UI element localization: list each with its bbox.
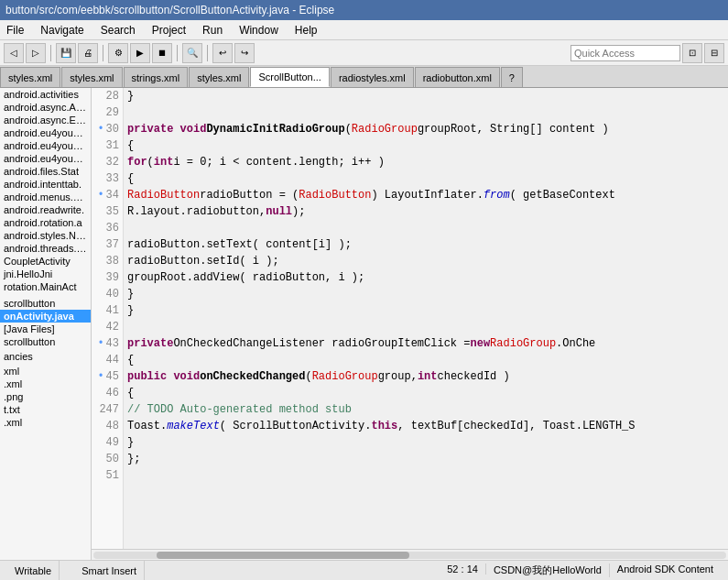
- sidebar-item-15[interactable]: rotation.MainAct: [0, 280, 91, 293]
- sidebar-item-19[interactable]: onActivity.java: [0, 310, 91, 323]
- sidebar-item-4[interactable]: android.eu4you3.EU: [0, 139, 91, 152]
- toolbar-sep-1: [50, 45, 51, 61]
- line-num-32: 32: [92, 154, 123, 170]
- toolbar-btn-10[interactable]: ↪: [234, 43, 255, 63]
- sidebar-item-25[interactable]: xml: [0, 365, 91, 378]
- sidebar-item-12[interactable]: android.threads.Ha: [0, 242, 91, 255]
- sidebar-item-5[interactable]: android.eu4you4.EU: [0, 152, 91, 165]
- line-num-40: 40: [92, 286, 123, 302]
- sidebar-item-8[interactable]: android.menus.Menu: [0, 191, 91, 203]
- line-num-44: 44: [92, 352, 123, 368]
- status-watermark: CSDN@我的HelloWorld: [486, 564, 610, 577]
- sidebar-item-23[interactable]: ancies: [0, 350, 91, 363]
- status-smart-insert: Smart Insert: [74, 561, 145, 580]
- code-line-45: public void onCheckedChanged( RadioGroup…: [127, 368, 724, 385]
- toolbar-btn-12[interactable]: ⊟: [704, 43, 724, 63]
- sidebar-item-20[interactable]: [Java Files]: [0, 323, 91, 335]
- code-line-44: {: [127, 352, 724, 368]
- toolbar-btn-8[interactable]: 🔍: [182, 43, 202, 63]
- line-num-42: 42: [92, 319, 123, 335]
- sidebar-item-7[interactable]: android.intenttab.: [0, 178, 91, 191]
- code-line-247: // TODO Auto-generated method stub: [127, 401, 724, 418]
- menu-item-window[interactable]: Window: [236, 23, 281, 38]
- tab-3[interactable]: styles.xml: [189, 67, 249, 87]
- line-num-48: 48: [92, 418, 123, 434]
- line-num-36: 36: [92, 220, 123, 236]
- code-line-28: }: [127, 88, 724, 104]
- toolbar-btn-1[interactable]: ◁: [4, 43, 24, 63]
- sidebar-item-11[interactable]: android.styles.Now: [0, 229, 91, 242]
- sidebar-item-29[interactable]: .xml: [0, 416, 91, 429]
- sidebar-item-14[interactable]: jni.HelloJni: [0, 268, 91, 280]
- toolbar-btn-5[interactable]: ⚙: [108, 43, 128, 63]
- toolbar-btn-4[interactable]: 🖨: [78, 43, 98, 63]
- code-line-48: Toast.makeText( ScrollButtonActivity.thi…: [127, 418, 724, 434]
- code-line-46: {: [127, 385, 724, 401]
- toolbar-btn-6[interactable]: ▶: [130, 43, 150, 63]
- menu-item-project[interactable]: Project: [149, 23, 189, 38]
- sidebar-item-9[interactable]: android.readwrite.: [0, 203, 91, 216]
- sidebar-item-1[interactable]: android.async.Asyn: [0, 101, 91, 114]
- editor-hscrollbar[interactable]: [92, 549, 728, 560]
- line-num-51: 51: [92, 467, 123, 484]
- code-line-29: [127, 104, 724, 121]
- line-num-29: 29: [92, 104, 123, 121]
- tab-7[interactable]: ?: [501, 67, 523, 87]
- line-num-49: 49: [92, 434, 123, 451]
- tab-1[interactable]: styles.xml: [61, 67, 122, 87]
- menu-item-navigate[interactable]: Navigate: [38, 23, 86, 38]
- menu-item-file[interactable]: File: [4, 23, 27, 38]
- line-num-39: 39: [92, 269, 123, 286]
- toolbar-btn-7[interactable]: ⏹: [152, 43, 172, 63]
- title-text: button/src/com/eebbk/scrollbutton/Scroll…: [5, 4, 334, 16]
- code-line-31: {: [127, 137, 724, 154]
- sidebar-item-0[interactable]: android.activities: [0, 88, 91, 101]
- sidebar-item-3[interactable]: android.eu4you2.EU: [0, 126, 91, 139]
- quick-access-input[interactable]: [570, 45, 680, 61]
- toolbar-btn-11[interactable]: ⊡: [682, 43, 702, 63]
- toolbar: ◁ ▷ 💾 🖨 ⚙ ▶ ⏹ 🔍 ↩ ↪ ⊡ ⊟: [0, 40, 728, 66]
- tab-6[interactable]: radiobutton.xml: [415, 67, 500, 87]
- line-num-50: 50: [92, 451, 123, 467]
- tab-5[interactable]: radiostyles.xml: [331, 67, 414, 87]
- sidebar-item-2[interactable]: android.async.EU4: [0, 114, 91, 126]
- menu-item-help[interactable]: Help: [292, 23, 321, 38]
- code-line-33: {: [127, 170, 724, 187]
- title-bar: button/src/com/eebbk/scrollbutton/Scroll…: [0, 0, 728, 20]
- code-line-43: private OnCheckedChangeListener radioGro…: [127, 335, 724, 352]
- hscroll-thumb[interactable]: [157, 552, 409, 559]
- toolbar-sep-3: [177, 45, 178, 61]
- sidebar-item-18[interactable]: scrollbutton: [0, 297, 91, 310]
- code-line-36: [127, 220, 724, 236]
- code-line-50: };: [127, 451, 724, 467]
- toolbar-btn-9[interactable]: ↩: [212, 43, 233, 63]
- sidebar: android.activitiesandroid.async.Asynandr…: [0, 88, 92, 560]
- code-content[interactable]: } private void DynamicInitRadioGroup( Ra…: [124, 88, 728, 549]
- editor-scroll-area: 2829303132333435363738394041424344454624…: [92, 88, 728, 549]
- tab-2[interactable]: strings.xml: [124, 67, 189, 87]
- tab-4[interactable]: ScrollButton...: [250, 67, 329, 87]
- status-position: 52 : 14: [440, 564, 486, 575]
- sidebar-item-27[interactable]: .png: [0, 390, 91, 403]
- sidebar-item-26[interactable]: .xml: [0, 378, 91, 390]
- toolbar-btn-2[interactable]: ▷: [26, 43, 46, 63]
- tab-0[interactable]: styles.xml: [0, 67, 60, 87]
- status-sdk: Android SDK Content: [610, 564, 721, 575]
- line-num-34: 34: [92, 187, 123, 203]
- line-num-46: 46: [92, 385, 123, 401]
- sidebar-item-6[interactable]: android.files.Stat: [0, 165, 91, 178]
- code-line-40: }: [127, 286, 724, 302]
- menu-item-search[interactable]: Search: [98, 23, 138, 38]
- menu-item-run[interactable]: Run: [200, 23, 225, 38]
- toolbar-sep-2: [103, 45, 103, 61]
- toolbar-btn-3[interactable]: 💾: [56, 43, 76, 63]
- sidebar-item-28[interactable]: t.txt: [0, 403, 91, 416]
- main-layout: android.activitiesandroid.async.Asynandr…: [0, 88, 728, 560]
- sidebar-item-10[interactable]: android.rotation.a: [0, 216, 91, 229]
- code-line-38: radioButton.setId( i );: [127, 253, 724, 269]
- sidebar-item-21[interactable]: scrollbutton: [0, 335, 91, 348]
- code-line-34: RadioButton radioButton = (RadioButton) …: [127, 187, 724, 203]
- code-line-30: private void DynamicInitRadioGroup( Radi…: [127, 121, 724, 137]
- menu-bar: FileNavigateSearchProjectRunWindowHelp: [0, 20, 728, 40]
- sidebar-item-13[interactable]: CoupletActivity: [0, 255, 91, 268]
